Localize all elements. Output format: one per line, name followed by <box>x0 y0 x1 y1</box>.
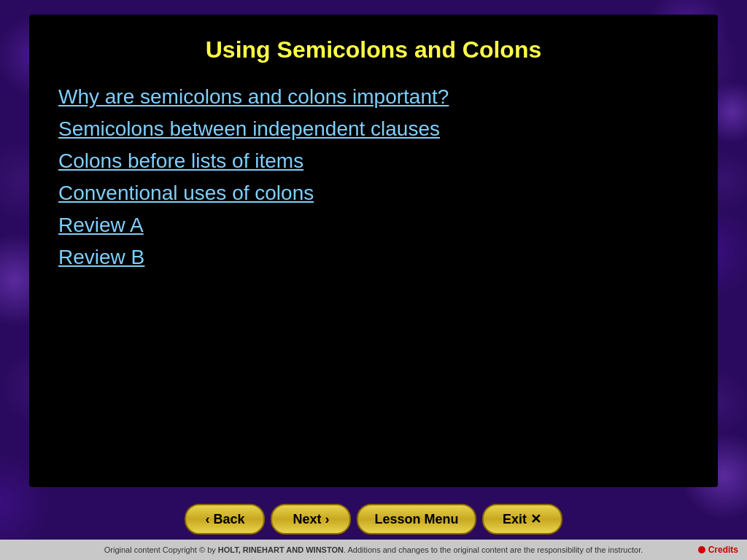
back-label: Back <box>213 512 244 527</box>
navigation-buttons: ‹ Back Next › Lesson Menu Exit ✕ <box>0 504 747 534</box>
lesson-menu-button[interactable]: Lesson Menu <box>357 504 476 534</box>
list-item: Conventional uses of colons <box>58 182 689 205</box>
list-item: Review B <box>58 246 689 269</box>
topic-link-6[interactable]: Review B <box>58 246 144 268</box>
topic-link-3[interactable]: Colons before lists of items <box>58 149 303 172</box>
topic-link-2[interactable]: Semicolons between independent clauses <box>58 117 440 140</box>
exit-label: Exit <box>503 512 527 527</box>
back-chevron-icon: ‹ <box>205 512 209 527</box>
topic-link-4[interactable]: Conventional uses of colons <box>58 182 314 204</box>
credits-link[interactable]: Credits <box>698 545 738 555</box>
copyright-prefix: Original content Copyright © by <box>104 545 218 554</box>
topic-link-1[interactable]: Why are semicolons and colons important? <box>58 85 449 108</box>
page-title: Using Semicolons and Colons <box>58 36 689 63</box>
lesson-menu-label: Lesson Menu <box>374 512 458 527</box>
exit-button[interactable]: Exit ✕ <box>482 504 562 534</box>
topic-list: Why are semicolons and colons important?… <box>58 85 689 269</box>
credits-label: Credits <box>708 545 738 555</box>
exit-x-icon: ✕ <box>530 511 541 527</box>
list-item: Review A <box>58 214 689 237</box>
copyright-suffix: . Additions and changes to the original … <box>344 545 643 554</box>
topic-link-5[interactable]: Review A <box>58 214 144 236</box>
main-content-area: Using Semicolons and Colons Why are semi… <box>29 15 718 487</box>
copyright-text: Original content Copyright © by HOLT, RI… <box>104 545 643 554</box>
list-item: Why are semicolons and colons important? <box>58 85 689 109</box>
credits-dot-icon <box>698 546 705 553</box>
list-item: Colons before lists of items <box>58 149 689 173</box>
footer-strip: Original content Copyright © by HOLT, RI… <box>0 540 747 560</box>
list-item: Semicolons between independent clauses <box>58 117 689 141</box>
next-label: Next <box>293 512 321 527</box>
back-button[interactable]: ‹ Back <box>185 504 265 534</box>
next-button[interactable]: Next › <box>271 504 351 534</box>
company-name: HOLT, RINEHART AND WINSTON <box>218 545 344 554</box>
next-chevron-icon: › <box>325 512 329 527</box>
